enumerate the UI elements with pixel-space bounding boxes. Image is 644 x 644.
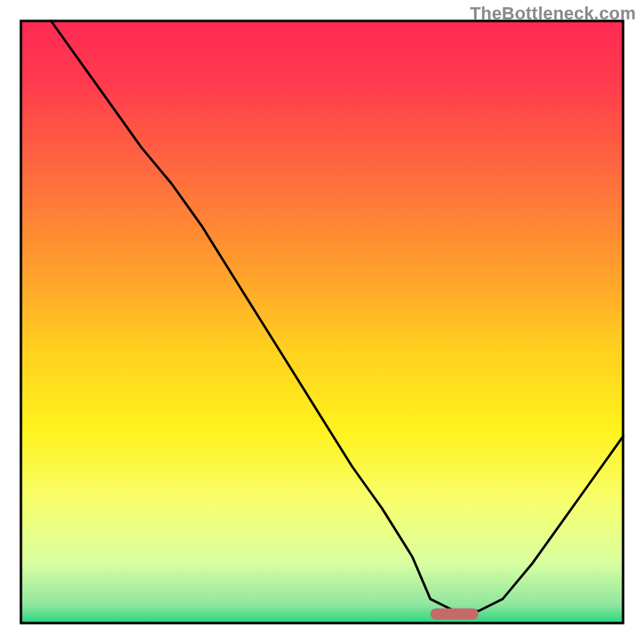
gradient-plot-area <box>21 21 623 623</box>
optimal-range-marker <box>431 609 479 620</box>
bottleneck-gradient-chart: TheBottleneck.com <box>0 0 644 644</box>
chart-svg <box>0 0 644 644</box>
attribution-watermark: TheBottleneck.com <box>470 3 636 24</box>
